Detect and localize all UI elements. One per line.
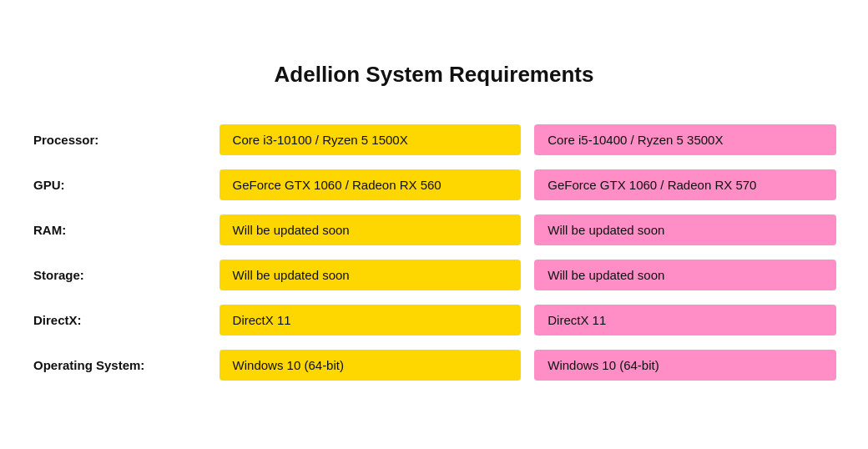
- min-spec-badge: Will be updated soon: [220, 260, 522, 290]
- row-label: Processor:: [25, 118, 213, 163]
- rec-spec-badge: GeForce GTX 1060 / Radeon RX 570: [534, 169, 836, 200]
- min-spec-badge: Core i3-10100 / Ryzen 5 1500X: [220, 124, 522, 155]
- min-spec-badge: DirectX 11: [220, 305, 522, 335]
- main-container: Adellion System Requirements Processor:C…: [25, 62, 843, 388]
- row-label: RAM:: [25, 208, 213, 253]
- page-title: Adellion System Requirements: [25, 62, 843, 88]
- rec-spec-cell: Will be updated soon: [527, 253, 843, 298]
- min-spec-badge: Windows 10 (64-bit): [220, 350, 522, 381]
- row-label: Operating System:: [25, 343, 213, 388]
- min-spec-cell: Will be updated soon: [213, 253, 528, 298]
- requirements-table: Processor:Core i3-10100 / Ryzen 5 1500XC…: [25, 118, 843, 388]
- rec-spec-badge: Will be updated soon: [534, 260, 836, 290]
- rec-spec-badge: Windows 10 (64-bit): [534, 350, 836, 381]
- table-row: Operating System:Windows 10 (64-bit)Wind…: [25, 343, 843, 388]
- min-spec-cell: Core i3-10100 / Ryzen 5 1500X: [213, 118, 528, 163]
- min-spec-cell: Will be updated soon: [213, 208, 528, 253]
- table-row: RAM:Will be updated soonWill be updated …: [25, 208, 843, 253]
- table-row: DirectX:DirectX 11DirectX 11: [25, 298, 843, 343]
- min-spec-cell: GeForce GTX 1060 / Radeon RX 560: [213, 163, 528, 208]
- row-label: Storage:: [25, 253, 213, 298]
- rec-spec-cell: Core i5-10400 / Ryzen 5 3500X: [527, 118, 843, 163]
- rec-spec-badge: Core i5-10400 / Ryzen 5 3500X: [534, 124, 836, 155]
- table-row: GPU:GeForce GTX 1060 / Radeon RX 560GeFo…: [25, 163, 843, 208]
- rec-spec-cell: GeForce GTX 1060 / Radeon RX 570: [527, 163, 843, 208]
- rec-spec-cell: Will be updated soon: [527, 208, 843, 253]
- table-row: Processor:Core i3-10100 / Ryzen 5 1500XC…: [25, 118, 843, 163]
- table-row: Storage:Will be updated soonWill be upda…: [25, 253, 843, 298]
- rec-spec-badge: DirectX 11: [534, 305, 836, 335]
- row-label: GPU:: [25, 163, 213, 208]
- min-spec-badge: GeForce GTX 1060 / Radeon RX 560: [220, 169, 522, 200]
- min-spec-cell: DirectX 11: [213, 298, 528, 343]
- rec-spec-badge: Will be updated soon: [534, 214, 836, 245]
- rec-spec-cell: Windows 10 (64-bit): [527, 343, 843, 388]
- rec-spec-cell: DirectX 11: [527, 298, 843, 343]
- row-label: DirectX:: [25, 298, 213, 343]
- min-spec-cell: Windows 10 (64-bit): [213, 343, 528, 388]
- min-spec-badge: Will be updated soon: [220, 214, 522, 245]
